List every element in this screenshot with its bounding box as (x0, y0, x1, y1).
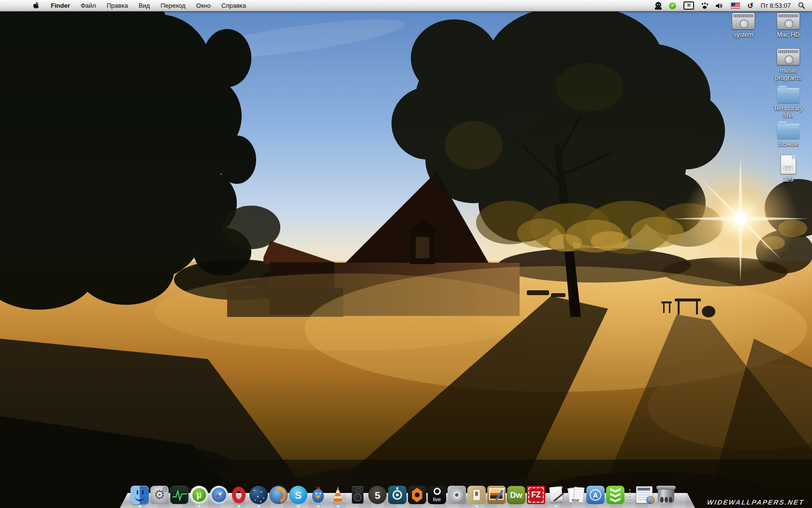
dock-green-chevrons[interactable] (606, 486, 624, 504)
dock-firefox[interactable] (269, 486, 288, 504)
dock-ableton-live[interactable]: live (428, 486, 446, 504)
dock-reason[interactable] (408, 486, 426, 504)
time-machine-icon[interactable]: ↺ (747, 2, 754, 9)
dock-disc-app[interactable] (448, 486, 466, 504)
dock-firefox-web-document[interactable] (635, 486, 654, 504)
paw-icon[interactable] (701, 2, 708, 9)
desktop-icon-label: 123 (783, 176, 794, 183)
dock-system-preferences[interactable]: ⚙⚙ (150, 486, 169, 504)
menu-edit[interactable]: Правка (107, 2, 128, 9)
folder-icon (777, 88, 799, 103)
green-check-icon[interactable]: ✓ (669, 2, 676, 9)
dock-trash[interactable] (656, 485, 676, 504)
dock-photo-editor[interactable] (487, 486, 506, 504)
watermark-text: WIDEWALLPAPERS.NET (707, 498, 805, 506)
dock: ⚙⚙ µ S 5 live Dw FZ PDF A (120, 478, 695, 508)
command-glyph: ⌘ (687, 3, 691, 8)
dock-opera[interactable] (230, 486, 248, 504)
volume-icon[interactable] (715, 2, 724, 9)
apple-logo-icon (33, 1, 40, 10)
dock-audio-target[interactable] (388, 486, 406, 504)
keyboard-viewer-icon[interactable]: ⌘ (683, 1, 694, 10)
dock-app-store[interactable]: A (586, 486, 605, 504)
dock-finder[interactable] (130, 486, 149, 504)
us-flag-icon[interactable] (731, 2, 740, 9)
desktop-icon-vsyakoe[interactable]: Всякое (766, 121, 811, 148)
firefox-badge-icon (646, 496, 654, 504)
dock-studio-speaker[interactable] (348, 486, 367, 504)
desktop-icon-123[interactable]: RTF 123 (766, 155, 811, 183)
wallpaper-sunset-farm (0, 0, 812, 508)
menu-view[interactable]: Вид (139, 2, 150, 9)
desktop-icon-label: Всякое (778, 140, 799, 148)
dock-script-editor[interactable] (547, 486, 565, 504)
dock-utorrent[interactable]: µ (190, 486, 208, 504)
desktop-icon-label: system (733, 31, 753, 38)
dock-network-globe[interactable] (249, 486, 268, 504)
desktop-icon-system[interactable]: system (720, 13, 767, 38)
menu-bar-clock[interactable]: Пт 8:53:07 (761, 2, 791, 9)
menu-bar: Finder Файл Правка Вид Переход Окно Спра… (0, 0, 812, 12)
desktop-icon-temporary-shit[interactable]: Temporary shit (766, 85, 811, 119)
check-glyph: ✓ (670, 3, 674, 8)
dock-pdf-documents[interactable]: PDF (566, 486, 585, 504)
menu-help[interactable]: Справка (221, 2, 246, 9)
menu-finder[interactable]: Finder (51, 2, 70, 9)
ecg-graph-icon (171, 486, 189, 505)
folder-icon (777, 124, 799, 139)
desktop-icon-music-programs[interactable]: music programs (766, 48, 811, 81)
black-character-icon[interactable] (655, 2, 662, 10)
desktop-icon-mac-hd[interactable]: Mac HD (766, 13, 811, 38)
menu-window[interactable]: Окно (196, 2, 211, 9)
spotlight-icon[interactable] (798, 2, 805, 9)
menu-file[interactable]: Файл (81, 2, 96, 9)
dock-safari[interactable] (210, 486, 228, 504)
hard-drive-icon (777, 48, 800, 65)
hard-drive-icon (732, 13, 755, 30)
gear-icon: ⚙ (161, 486, 168, 493)
dock-vlc[interactable] (329, 486, 347, 504)
menu-go[interactable]: Переход (160, 2, 186, 9)
hard-drive-icon (777, 13, 800, 30)
cd-icon (451, 489, 463, 501)
dock-dreamweaver[interactable]: Dw (507, 486, 525, 504)
desktop-icon-label: music programs (771, 67, 806, 81)
desktop: Finder Файл Правка Вид Переход Окно Спра… (0, 0, 812, 508)
apple-menu[interactable] (33, 1, 40, 10)
dock-skype[interactable]: S (289, 486, 307, 504)
dock-activity-monitor[interactable] (170, 486, 188, 504)
dock-app-five[interactable]: 5 (368, 486, 387, 504)
traffic-cone-icon (331, 486, 345, 502)
desktop-icon-label: Mac HD (777, 31, 800, 38)
dock-adium[interactable] (309, 486, 327, 504)
dock-separator (629, 489, 630, 504)
dock-light-switch[interactable] (467, 486, 486, 504)
rtf-document-icon: RTF (781, 155, 796, 174)
dock-filezilla[interactable]: FZ (527, 486, 545, 504)
rtf-badge: RTF (783, 166, 793, 170)
desktop-icon-label: Temporary shit (768, 105, 809, 119)
